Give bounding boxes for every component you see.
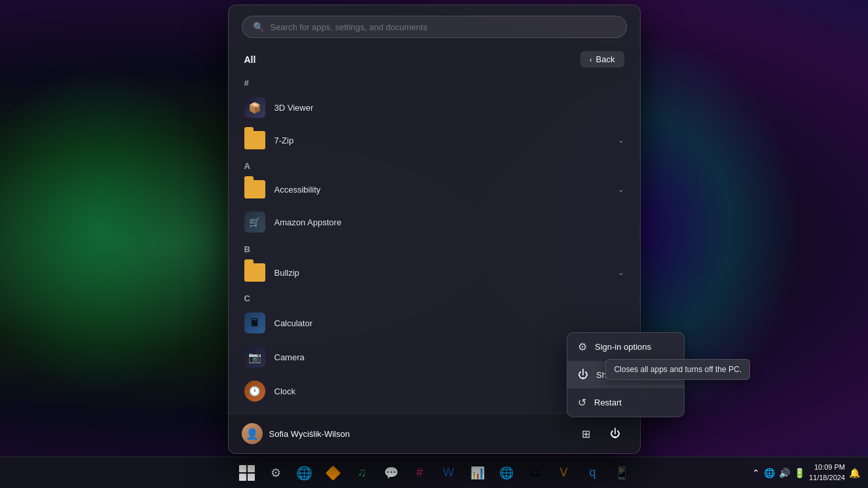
taskbar-slack-button[interactable]: # xyxy=(407,460,433,486)
system-clock[interactable]: 10:09 PM 11/18/2024 xyxy=(809,462,845,483)
settings-icon: ⚙ xyxy=(578,341,587,353)
audio-icon[interactable]: 🔊 xyxy=(779,468,790,478)
footer-actions: ⊞ ⏻ xyxy=(575,422,627,445)
edge-icon: 🌐 xyxy=(296,465,312,481)
taskbar-right: ⌃ 🌐 🔊 🔋 10:09 PM 11/18/2024 🔔 xyxy=(752,462,868,483)
taskbar: ⚙ 🌐 🔶 ♫ 💬 # W xyxy=(0,457,868,488)
list-item[interactable]: Accessibility ⌄ xyxy=(234,174,635,205)
app-icon-amazon: 🛒 xyxy=(244,212,265,233)
network-icon[interactable]: 🌐 xyxy=(764,468,775,478)
power-menu-item-signin[interactable]: ⚙ Sign-in options xyxy=(567,333,684,361)
power-menu-item-restart[interactable]: ↺ Restart xyxy=(567,388,684,417)
expand-arrow-icon: ⌄ xyxy=(618,136,624,145)
list-item[interactable]: Bullzip ⌄ xyxy=(234,257,635,288)
files-icon: 🗂 xyxy=(529,466,541,479)
user-info[interactable]: 👤 Sofia Wyciślik-Wilson xyxy=(242,423,350,444)
app-name: 7-Zip xyxy=(274,136,609,145)
taskbar-messenger-button[interactable]: 💬 xyxy=(378,460,404,486)
slack-icon: # xyxy=(416,466,423,479)
list-item[interactable]: 7-Zip ⌄ xyxy=(234,124,635,156)
power-button[interactable]: ⏻ xyxy=(603,422,627,445)
section-letter-b: B xyxy=(234,239,635,257)
taskbar-qbittorrent-button[interactable]: q xyxy=(580,460,606,486)
section-letter-hash: # xyxy=(234,73,635,90)
word-icon: W xyxy=(443,466,454,479)
desktopapp-icon: 📊 xyxy=(470,466,485,480)
taskbar-files-button[interactable]: 🗂 xyxy=(522,460,548,486)
avatar-image: 👤 xyxy=(242,423,263,444)
search-bar[interactable]: 🔍 xyxy=(242,16,627,38)
folder-icon xyxy=(244,180,265,198)
battery-icon[interactable]: 🔋 xyxy=(794,468,805,478)
taskbar-word-button[interactable]: W xyxy=(436,460,462,486)
app-name: Accessibility xyxy=(274,185,609,195)
app-name: Calculator xyxy=(274,318,624,328)
taskbar-chrome-button[interactable]: 🌐 xyxy=(493,460,519,486)
taskbar-desktopapp-button[interactable]: 📊 xyxy=(464,460,491,486)
restart-icon: ↺ xyxy=(578,396,586,409)
taskbar-center: ⚙ 🌐 🔶 ♫ 💬 # W xyxy=(234,460,635,486)
avatar: 👤 xyxy=(242,423,263,444)
clock-time: 10:09 PM xyxy=(809,462,845,472)
start-menu-footer: 👤 Sofia Wyciślik-Wilson ⊞ ⏻ xyxy=(229,413,640,453)
app-name: Bullzip xyxy=(274,268,609,278)
taskbar-settings-button[interactable]: ⚙ xyxy=(263,460,289,486)
taskbar-vortex-button[interactable]: V xyxy=(551,460,577,486)
list-item[interactable]: 📦 3D Viewer xyxy=(234,90,635,124)
list-item[interactable]: 🛒 Amazon Appstore xyxy=(234,205,635,239)
tray-chevron-icon[interactable]: ⌃ xyxy=(752,468,760,478)
desktop: 🔍 All ‹ Back # 📦 3D Viewer 7-Zip xyxy=(0,0,868,488)
taskbar-spotify-button[interactable]: ♫ xyxy=(349,460,375,486)
windows-logo-icon xyxy=(239,465,255,481)
app-icon-clock: 🕐 xyxy=(244,381,265,402)
tooltip-text: Closes all apps and turns off the PC. xyxy=(614,365,742,374)
section-letter-c: C xyxy=(234,288,635,306)
app-icon-calculator: 🖩 xyxy=(244,312,265,333)
apps-header: All ‹ Back xyxy=(229,46,640,73)
app-icon-camera: 📷 xyxy=(244,347,265,367)
search-icon: 🔍 xyxy=(253,22,264,32)
back-chevron-icon: ‹ xyxy=(590,56,592,64)
chrome-icon: 🌐 xyxy=(499,466,514,480)
back-label: Back xyxy=(596,54,615,64)
search-input[interactable] xyxy=(271,22,616,32)
apps-title: All xyxy=(244,54,256,65)
taskbar-vlc-button[interactable]: 🔶 xyxy=(320,460,347,486)
taskbar-edge-button[interactable]: 🌐 xyxy=(292,460,318,486)
power-off-icon: ⏻ xyxy=(578,369,588,381)
back-button[interactable]: ‹ Back xyxy=(580,51,624,67)
section-letter-a: A xyxy=(234,156,635,174)
app-name: Amazon Appstore xyxy=(274,217,624,227)
power-menu-item-label: Sign-in options xyxy=(595,342,651,352)
start-button[interactable] xyxy=(234,460,260,486)
clock-date: 11/18/2024 xyxy=(809,473,845,483)
folder-icon xyxy=(244,263,265,282)
vortex-icon: V xyxy=(559,466,567,479)
qbittorrent-icon: q xyxy=(589,466,595,479)
user-name: Sofia Wyciślik-Wilson xyxy=(269,429,350,439)
shutdown-tooltip: Closes all apps and turns off the PC. xyxy=(605,359,750,380)
app-icon-3dviewer: 📦 xyxy=(244,97,265,118)
spotify-icon: ♫ xyxy=(358,466,367,479)
app-name: 3D Viewer xyxy=(274,103,624,113)
notification-icon[interactable]: 🔔 xyxy=(849,468,860,478)
power-menu-item-label: Restart xyxy=(594,398,622,407)
expand-arrow-icon: ⌄ xyxy=(618,185,624,194)
folder-icon xyxy=(244,131,265,149)
messenger-icon: 💬 xyxy=(384,466,398,480)
expand-arrow-icon: ⌄ xyxy=(618,268,624,277)
file-explorer-icon: ⊞ xyxy=(582,428,590,440)
vlc-icon: 🔶 xyxy=(325,465,341,481)
taskbar-whatsapp-button[interactable]: 📱 xyxy=(609,460,635,486)
file-explorer-button[interactable]: ⊞ xyxy=(575,422,598,445)
power-icon: ⏻ xyxy=(610,428,620,440)
settings-taskbar-icon: ⚙ xyxy=(271,466,281,480)
whatsapp-icon: 📱 xyxy=(614,466,629,480)
